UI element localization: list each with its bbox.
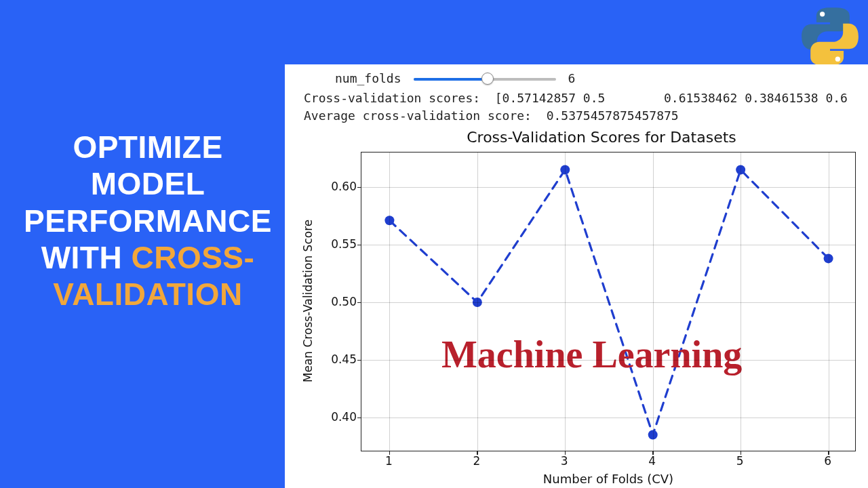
chart-gridline (565, 152, 566, 451)
num-folds-slider[interactable] (414, 73, 556, 84)
chart-xtick: 1 (385, 454, 393, 468)
svg-point-1 (835, 56, 840, 61)
chart-gridline (361, 418, 855, 418)
chart-gridline (829, 152, 829, 451)
chart-gridline (389, 152, 390, 451)
overlay-label: Machine Learning (441, 333, 742, 376)
chart-title: Cross-Validation Scores for Datasets (294, 129, 868, 146)
notebook-panel: num_folds 6 Cross-validation scores: [0.… (285, 64, 868, 488)
chart-gridline (361, 245, 855, 245)
chart-plot-area: Machine Learning (361, 152, 856, 451)
python-logo-icon (797, 4, 863, 69)
chart: Cross-Validation Scores for Datasets Mea… (294, 129, 868, 481)
chart-gridline (741, 152, 741, 451)
chart-ylabel: Mean Cross-Validation Score (301, 220, 315, 382)
chart-gridline (361, 302, 855, 303)
chart-gridline (361, 360, 855, 361)
chart-ytick: 0.45 (324, 352, 357, 366)
console-output: Cross-validation scores: [0.57142857 0.5… (294, 89, 868, 125)
headline: OPTIMIZE MODEL PERFORMANCE WITH CROSS-VA… (12, 129, 283, 312)
chart-xtick: 4 (648, 454, 656, 468)
chart-xtick: 5 (736, 454, 744, 468)
console-avg-value: 0.5375457875457875 (547, 108, 679, 123)
console-avg-label: Average cross-validation score: (304, 108, 547, 123)
chart-gridline (477, 152, 478, 451)
chart-xtick: 6 (824, 454, 831, 468)
chart-xtick: 2 (473, 454, 480, 468)
chart-ytick: 0.40 (324, 410, 357, 424)
chart-xtick: 3 (561, 454, 568, 468)
console-scores-label: Cross-validation scores: (304, 91, 495, 105)
slider-thumb-icon[interactable] (481, 73, 494, 85)
chart-xlabel: Number of Folds (CV) (361, 472, 856, 486)
headline-line: OPTIMIZE (73, 129, 222, 165)
slider-row: num_folds 6 (294, 71, 868, 85)
headline-line: MODEL (91, 166, 205, 201)
headline-line: WITH (41, 240, 132, 275)
chart-gridline (653, 152, 654, 451)
slider-label: num_folds (335, 71, 401, 85)
chart-ytick: 0.50 (324, 295, 357, 308)
svg-point-0 (820, 12, 825, 16)
slider-value: 6 (568, 71, 576, 85)
chart-gridline (361, 187, 855, 188)
headline-line: PERFORMANCE (24, 203, 272, 239)
chart-ytick: 0.55 (324, 237, 357, 251)
chart-ytick: 0.60 (324, 180, 357, 193)
console-scores-value: [0.57142857 0.5 0.61538462 0.38461538 0.… (495, 91, 848, 105)
